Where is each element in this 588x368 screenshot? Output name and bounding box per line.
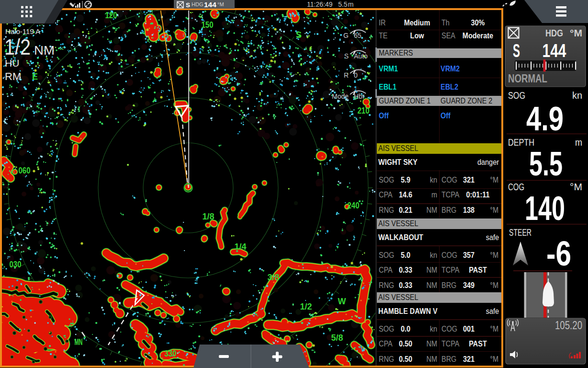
svg-text:210: 210 <box>358 106 370 115</box>
svg-text:kn: kn <box>572 90 582 101</box>
svg-text:S: S <box>296 30 302 40</box>
svg-text:4.9: 4.9 <box>526 100 564 138</box>
svg-text:Hbr: Hbr <box>354 92 365 100</box>
svg-text:3/8: 3/8 <box>268 273 280 282</box>
svg-text:°M: °M <box>570 182 582 192</box>
svg-text:140: 140 <box>525 190 565 227</box>
svg-text:S: S <box>344 52 349 60</box>
svg-text:R: R <box>344 71 349 79</box>
svg-text:060: 060 <box>19 166 31 175</box>
svg-text:5.5: 5.5 <box>529 145 563 183</box>
svg-text:150: 150 <box>202 20 214 30</box>
svg-text:HDG: HDG <box>192 1 203 7</box>
svg-text:144: 144 <box>204 0 216 9</box>
svg-text:SOG: SOG <box>508 90 525 101</box>
svg-text:0: 0 <box>354 71 358 79</box>
svg-text:5/8: 5/8 <box>331 333 343 343</box>
svg-text:RM: RM <box>5 70 21 82</box>
svg-text:Mode: Mode <box>332 92 349 100</box>
svg-text:-6: -6 <box>546 234 571 273</box>
svg-text:NORMAL: NORMAL <box>508 72 547 85</box>
svg-text:030: 030 <box>10 260 22 269</box>
svg-text:1/4: 1/4 <box>235 242 247 252</box>
svg-text:G: G <box>343 32 349 39</box>
svg-text:65: 65 <box>354 32 362 39</box>
svg-text:°M: °M <box>570 27 582 38</box>
svg-text:Auto: Auto <box>354 52 368 60</box>
svg-text:MN: MN <box>75 337 83 347</box>
svg-text:330: 330 <box>165 349 177 358</box>
svg-text:144: 144 <box>543 41 566 61</box>
svg-text:1/2: 1/2 <box>4 34 31 59</box>
svg-text:S: S <box>513 41 520 61</box>
svg-text:1/2: 1/2 <box>300 302 312 311</box>
svg-text:NM: NM <box>34 44 55 57</box>
svg-text:°M: °M <box>217 1 224 7</box>
svg-text:120: 120 <box>105 11 117 20</box>
svg-text:m: m <box>575 137 582 148</box>
svg-text:105.20: 105.20 <box>555 319 582 332</box>
svg-text:HU: HU <box>5 58 19 69</box>
svg-text:COG: COG <box>508 182 524 192</box>
svg-text:W: W <box>338 297 346 306</box>
svg-text:240: 240 <box>348 201 360 210</box>
svg-text:S: S <box>186 1 190 9</box>
svg-text:STEER: STEER <box>509 227 531 238</box>
svg-text:1/8: 1/8 <box>203 212 215 221</box>
svg-text:HDG: HDG <box>545 27 563 38</box>
